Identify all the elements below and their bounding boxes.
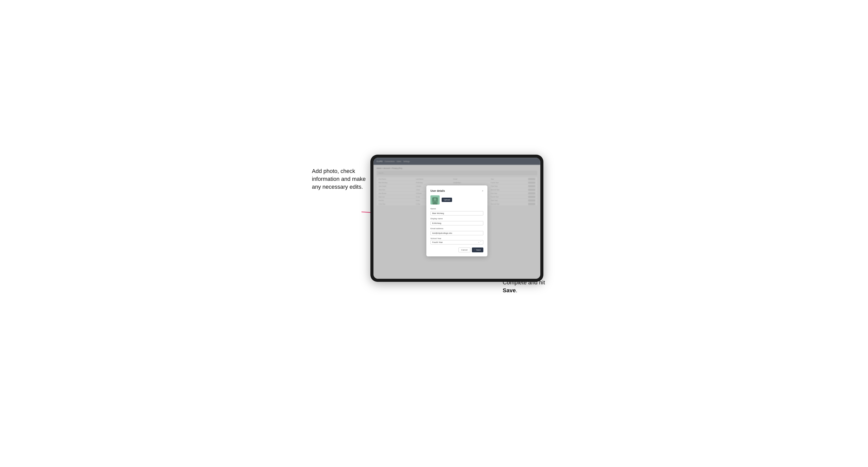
annotation-right-suffix: . (516, 287, 517, 293)
modal-photo-row: Upload (430, 195, 483, 205)
upload-button[interactable]: Upload (442, 198, 452, 202)
avatar (430, 195, 440, 205)
chevron-icon: ⌃ (480, 241, 482, 243)
clear-icon: × (478, 241, 479, 243)
user-details-modal: User details × (426, 185, 488, 256)
cancel-button[interactable]: Cancel (458, 248, 470, 252)
display-name-field: Display name (430, 217, 483, 225)
save-icon: ↑ (474, 249, 475, 251)
school-year-select[interactable]: Fourth Year × ⌃ (430, 240, 483, 244)
email-label: Email address (430, 227, 483, 230)
display-name-input[interactable] (430, 221, 483, 225)
school-year-field: School Year Fourth Year × ⌃ (430, 237, 483, 244)
name-label: Name (430, 208, 483, 210)
modal-close-button[interactable]: × (482, 189, 483, 192)
email-field: Email address (430, 227, 483, 235)
tablet-device: CLIPD Connections Users Settings Admin >… (370, 155, 544, 282)
email-input[interactable] (430, 231, 483, 235)
annotation-left: Add photo, check information and make an… (312, 167, 368, 191)
modal-footer: Cancel ↑ Save (430, 248, 483, 252)
name-field: Name (430, 208, 483, 215)
school-year-value: Fourth Year (432, 241, 443, 243)
save-label: Save (476, 249, 481, 251)
modal-overlay: User details × (373, 158, 540, 279)
modal-title: User details (430, 189, 445, 192)
name-input[interactable] (430, 211, 483, 215)
annotation-left-text: Add photo, check information and make an… (312, 168, 366, 190)
school-year-label: School Year (430, 237, 483, 240)
modal-title-bar: User details × (430, 189, 483, 192)
tablet-screen: CLIPD Connections Users Settings Admin >… (373, 158, 540, 279)
svg-point-4 (434, 198, 436, 201)
annotation-right-bold: Save (503, 287, 516, 293)
save-button[interactable]: ↑ Save (472, 248, 483, 252)
avatar-svg (432, 197, 438, 205)
scene: Add photo, check information and make an… (312, 147, 556, 320)
avatar-figure (432, 197, 438, 205)
select-icons: × ⌃ (478, 241, 482, 243)
display-name-label: Display name (430, 217, 483, 220)
